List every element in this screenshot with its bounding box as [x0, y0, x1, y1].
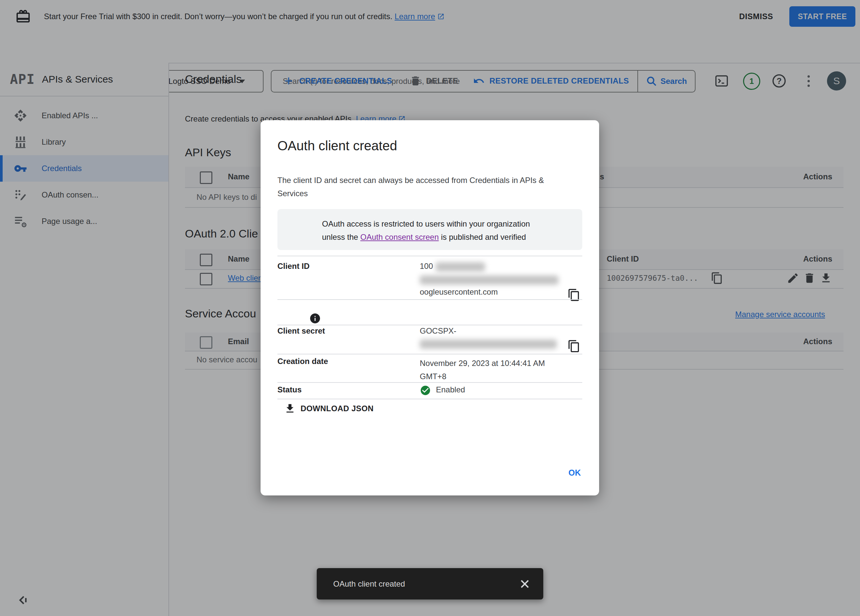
divider: [278, 354, 582, 354]
dialog-description: The client ID and secret can always be a…: [278, 174, 544, 200]
client-id-suffix: oogleusercontent.com: [420, 288, 498, 297]
redacted-client-id: [420, 275, 559, 285]
check-circle-icon: [420, 385, 431, 396]
client-id-label: Client ID: [278, 262, 309, 271]
ok-button[interactable]: OK: [560, 463, 590, 482]
creation-date-label: Creation date: [278, 357, 328, 366]
oauth-consent-screen-link[interactable]: OAuth consent screen: [360, 233, 439, 242]
creation-date-value: November 29, 2023 at 10:44:41 AM GMT+8: [420, 357, 545, 383]
status-value: Enabled: [436, 385, 465, 394]
copy-icon[interactable]: [567, 339, 581, 353]
dialog-title: OAuth client created: [278, 138, 397, 153]
redacted-client-secret: [420, 339, 557, 349]
client-id-prefix: 100: [420, 262, 433, 271]
client-secret-label: Client secret: [278, 326, 325, 336]
close-icon[interactable]: [519, 578, 531, 590]
google-cloud-console: Start your Free Trial with $300 in credi…: [0, 0, 860, 616]
download-json-button[interactable]: DOWNLOAD JSON: [284, 402, 374, 415]
status-label: Status: [278, 385, 301, 394]
snackbar-message: OAuth client created: [333, 579, 519, 589]
download-icon: [284, 402, 296, 415]
restriction-notice-text: OAuth access is restricted to users with…: [322, 217, 530, 244]
divider: [278, 325, 582, 325]
divider: [278, 382, 582, 383]
divider: [278, 399, 582, 399]
redacted-client-id: [436, 262, 485, 272]
info-icon: [309, 313, 321, 324]
divider: [278, 299, 582, 300]
oauth-client-created-dialog: OAuth client created The client ID and s…: [261, 120, 599, 495]
snackbar: OAuth client created: [317, 568, 543, 599]
divider: [278, 256, 582, 256]
client-secret-prefix: GOCSPX-: [420, 326, 457, 336]
